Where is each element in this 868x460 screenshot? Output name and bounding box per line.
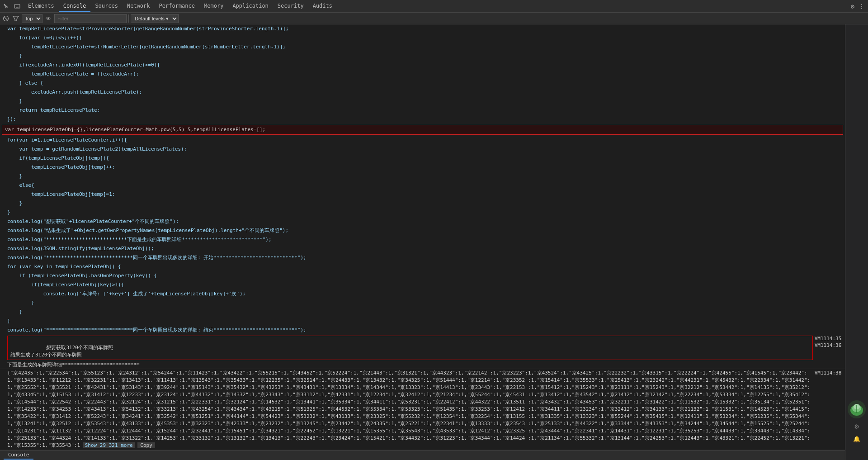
levels-selector[interactable]: Default levels ▾ (131, 14, 179, 23)
code-line-26: console.log("***************************… (0, 253, 845, 262)
tab-security[interactable]: Security (273, 0, 308, 12)
console-output[interactable]: var tempRetLicensePlate=strProvinceShort… (0, 24, 845, 460)
box-line-1: 想要获取3120个不同的车牌照 (46, 345, 113, 351)
settings-gear-icon[interactable]: ⚙ (852, 421, 862, 431)
code-line-11: }); (0, 115, 845, 124)
code-line-5: if(excludeArr.indexOf(tempRetLicensePlat… (0, 61, 845, 70)
code-line-7: } else { (0, 79, 845, 88)
inspect-icon[interactable] (2, 2, 11, 11)
console-toolbar: top 👁 Default levels ▾ (0, 13, 868, 24)
tab-memory[interactable]: Memory (199, 0, 228, 12)
code-line-30: console.log('车牌号: ['+key+'] 生成了'+tempLic… (0, 289, 845, 299)
bottom-tab-console[interactable]: Console (4, 451, 33, 460)
log-data-line: {"京42435":1,"京22534":1,"京55123":1,"京2431… (0, 369, 845, 450)
log-output-box: 想要获取3120个不同的车牌照 结果生成了3120个不同的车牌照 下面是生成的车… (0, 335, 845, 369)
code-line-27: for (var key in tempLicensePlateObj) { (0, 262, 845, 271)
eye-icon[interactable]: 👁 (44, 14, 52, 23)
code-line-13: for(var i=1,ic=licensePlateCounter,i++){ (0, 136, 845, 145)
devtools-tab-bar: Elements Console Sources Network Perform… (0, 0, 868, 13)
tab-application[interactable]: Application (228, 0, 273, 12)
box-line-3: 下面是生成的车牌照详细************************** (0, 361, 815, 369)
code-line-9: } (0, 97, 845, 106)
code-line-19: tempLicensePlateObj[temp]=1; (0, 190, 845, 199)
code-line-32: } (0, 308, 845, 317)
tab-performance[interactable]: Performance (155, 0, 199, 12)
bottom-tab-bar: Console (0, 450, 845, 460)
code-line-28: if (tempLicensePlateObj.hasOwnProperty(k… (0, 271, 845, 280)
console-main: var tempRetLicensePlate=strProvinceShort… (0, 24, 868, 460)
code-line-1: var tempRetLicensePlate=strProvinceShort… (0, 24, 845, 33)
device-icon[interactable] (13, 2, 22, 11)
context-selector[interactable]: top (22, 14, 42, 23)
code-line-21: } (0, 208, 845, 217)
filter-input[interactable] (54, 14, 127, 23)
box-line-2: 结果生成了3120个不同的车牌照 (10, 352, 82, 358)
code-line-33: } (0, 317, 845, 326)
tab-sources[interactable]: Sources (90, 0, 123, 12)
console-wrap: var tempRetLicensePlate=strProvinceShort… (0, 24, 845, 460)
code-line-18: else{ (0, 181, 845, 190)
tab-network[interactable]: Network (123, 0, 155, 12)
code-line-20: } (0, 199, 845, 208)
code-line-17: } (0, 172, 845, 181)
show-more-btn[interactable]: Show 29 321 more (83, 442, 135, 448)
code-line-4: } (0, 52, 845, 61)
code-line-6: tempRetLicensePlate = f(excludeArr); (0, 70, 845, 79)
code-line-2: for(var i=0;i<5;i++){ (0, 33, 845, 43)
code-line-34: console.log("***************************… (0, 326, 845, 335)
svg-rect-1 (16, 7, 19, 8)
code-line-29: if(tempLicensePlateObj[key]>1){ (0, 280, 845, 289)
more-icon[interactable]: ⋮ (857, 2, 866, 11)
code-line-25: console.log(JSON.stringify(tempLicensePl… (0, 244, 845, 253)
code-line-14: var temp = getRandomLicensePlate2(tempAl… (0, 145, 845, 154)
svg-marker-4 (13, 16, 19, 21)
code-line-16: tempLicensePlateObj[temp]++; (0, 163, 845, 172)
code-line-10: return tempRetLicensePlate; (0, 106, 845, 115)
toolbar-divider (128, 14, 129, 23)
tab-audits[interactable]: Audits (308, 0, 337, 12)
code-line-22: console.log("想要获取"+licensePlateCounter+"… (0, 217, 845, 226)
notification-icon[interactable]: 🔔 (852, 434, 862, 444)
code-line-31: } (0, 299, 845, 308)
vm-source-3[interactable]: VM1114:38 (815, 370, 842, 376)
code-line-15: if(tempLicensePlateObj[temp]){ (0, 154, 845, 163)
svg-line-3 (5, 17, 8, 20)
tab-elements[interactable]: Elements (24, 0, 59, 12)
vm-source-1[interactable]: VM1114:35 (815, 336, 842, 341)
tab-console[interactable]: Console (59, 0, 91, 12)
vm-source-2[interactable]: VM1114:36 (815, 342, 842, 348)
code-line-3: tempRetLicensePlate+=strNumberLetter[get… (0, 43, 845, 52)
console-box-content: 想要获取3120个不同的车牌照 结果生成了3120个不同的车牌照 (7, 336, 813, 360)
right-panel: ⚙ 🔔 (845, 24, 868, 460)
settings-icon[interactable]: ⚙ (848, 2, 857, 11)
code-line-23: console.log("结果生成了"+Object.getOwnPropert… (0, 226, 845, 235)
clear-console-btn[interactable] (2, 14, 10, 23)
copy-btn[interactable]: Copy (137, 442, 155, 448)
filter-toggle-btn[interactable] (12, 14, 20, 23)
code-line-8: excludeArr.push(tempRetLicensePlate); (0, 88, 845, 97)
code-line-24: console.log("***************************… (0, 235, 845, 244)
avatar-image (848, 400, 866, 418)
avatar (848, 400, 866, 418)
highlighted-line: var tempLicensePlateObj={},licensePlateC… (2, 125, 843, 135)
data-output: {"京42435":1,"京22534":1,"京55123":1,"京2431… (0, 369, 815, 450)
